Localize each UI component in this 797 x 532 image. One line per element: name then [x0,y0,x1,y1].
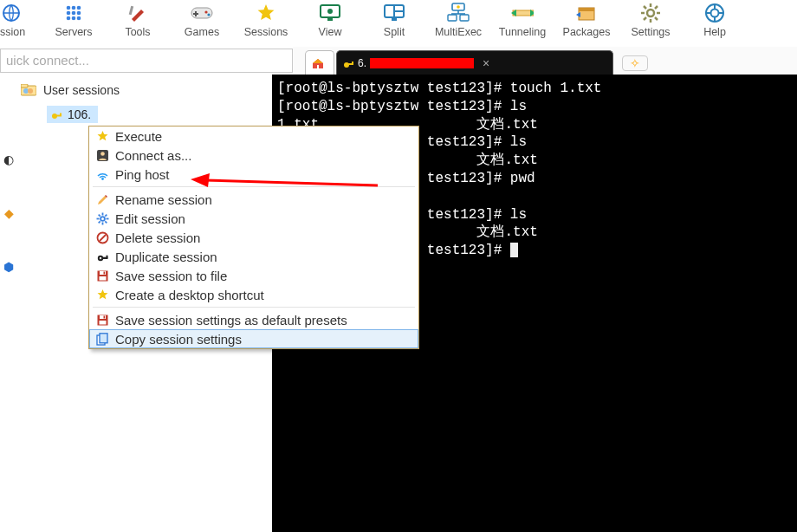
svg-point-51 [28,88,33,94]
svg-rect-26 [460,15,469,21]
tb-multiexec[interactable]: MultiExec [426,2,490,38]
gear-icon [94,211,110,226]
tb-sessions[interactable]: Sessions [234,2,298,38]
svg-rect-80 [103,315,105,318]
dots-icon [62,2,85,24]
svg-line-66 [105,214,107,216]
svg-rect-75 [99,276,106,281]
svg-point-30 [647,10,654,16]
split-icon [383,2,405,24]
svg-line-63 [98,214,100,216]
svg-rect-72 [106,255,107,257]
menu-item-label: Edit session [115,211,185,226]
new-tab-button[interactable]: ✧ [622,55,648,71]
folder-icon [21,84,36,96]
menu-item-copy-session-settings[interactable]: Copy session settings [89,329,418,348]
menu-item-execute[interactable]: Execute [89,127,418,146]
help-icon [703,2,726,24]
tb-split[interactable]: Split [362,2,426,38]
svg-rect-79 [99,321,106,325]
svg-line-36 [655,17,658,20]
menu-item-label: Create a desktop shortcut [115,288,264,302]
globe-icon [0,2,23,24]
svg-line-37 [644,17,646,20]
screen-icon [319,2,341,24]
tb-settings[interactable]: Settings [619,2,683,38]
side-vertical-icons: ◐ ◆ ⬢ [0,144,17,369]
bullet-icon[interactable]: ⬢ [3,260,14,274]
svg-rect-10 [129,6,133,15]
trash-icon [94,230,110,245]
svg-rect-47 [352,62,353,64]
session-tree: User sessions 106. [3,80,272,123]
svg-rect-49 [21,84,28,88]
tab-active-session[interactable]: 6. × [336,50,613,75]
svg-line-38 [655,6,658,9]
menu-item-label: Ping host [115,167,170,182]
tb-tunneling[interactable]: Tunneling [490,2,554,38]
tb-help[interactable]: Help [683,2,747,38]
menu-item-label: Save session to file [115,269,227,283]
menu-item-label: Copy session settings [115,332,242,347]
menu-item-delete-session[interactable]: Delete session [89,228,418,247]
floppy-icon [94,312,110,328]
menu-item-connect-as-[interactable]: Connect as... [89,146,418,165]
menu-item-save-session-settings-as-default-presets[interactable]: Save session settings as default presets [89,310,418,329]
menu-item-label: Delete session [115,230,200,245]
svg-point-2 [72,6,76,10]
svg-point-15 [207,13,210,16]
menu-item-label: Connect as... [115,148,191,163]
quick-connect-input[interactable]: uick connect... [0,49,293,73]
person-icon [94,147,110,163]
svg-point-5 [72,11,76,16]
svg-rect-54 [60,114,62,116]
svg-rect-18 [327,18,333,21]
svg-point-9 [77,16,81,21]
tree-root-label: User sessions [43,83,120,97]
menu-item-duplicate-session[interactable]: Duplicate session [89,247,418,266]
main-toolbar: ssion Servers Tools Games Sessions View … [0,0,797,47]
svg-point-7 [67,16,71,21]
star-icon [94,287,110,302]
tb-packages[interactable]: Packages [554,2,619,38]
svg-rect-22 [392,18,397,21]
close-icon[interactable]: × [483,56,489,70]
tb-session[interactable]: ssion [0,2,42,38]
tree-root[interactable]: User sessions [21,80,272,101]
menu-item-label: Rename session [115,192,212,207]
menu-item-label: Save session settings as default presets [115,313,347,328]
svg-point-58 [100,217,105,221]
svg-point-1 [67,6,71,10]
svg-line-64 [105,221,107,223]
tab-prefix: 6. [358,57,366,69]
menu-item-ping-host[interactable]: Ping host [89,165,418,184]
home-icon [311,56,325,70]
svg-point-4 [67,11,71,16]
bullet-icon[interactable]: ◐ [3,152,14,166]
star-icon [94,128,110,144]
svg-point-14 [204,10,207,13]
signal-icon [94,166,110,182]
menu-item-create-a-desktop-shortcut[interactable]: Create a desktop shortcut [89,285,418,304]
tab-home[interactable] [305,50,334,75]
tb-tools[interactable]: Tools [106,2,170,38]
floppy-icon [94,268,110,283]
svg-rect-82 [100,333,107,342]
menu-separator [93,307,415,308]
menu-item-save-session-to-file[interactable]: Save session to file [89,266,418,285]
quick-connect-row: uick connect... 6. × ✧ [0,47,797,75]
menu-item-edit-session[interactable]: Edit session [89,209,418,228]
svg-point-57 [101,178,104,180]
tb-servers[interactable]: Servers [42,2,106,38]
menu-item-rename-session[interactable]: Rename session [89,190,418,209]
tb-games[interactable]: Games [170,2,234,38]
svg-line-35 [644,6,646,9]
bullet-icon[interactable]: ◆ [4,206,14,220]
svg-line-65 [98,221,100,223]
multiexec-icon [447,2,470,24]
menu-item-label: Execute [115,129,162,144]
tree-selected-session[interactable]: 106. [47,106,98,123]
censored-label [370,58,474,68]
tb-view[interactable]: View [298,2,362,38]
menu-item-label: Duplicate session [115,250,217,264]
